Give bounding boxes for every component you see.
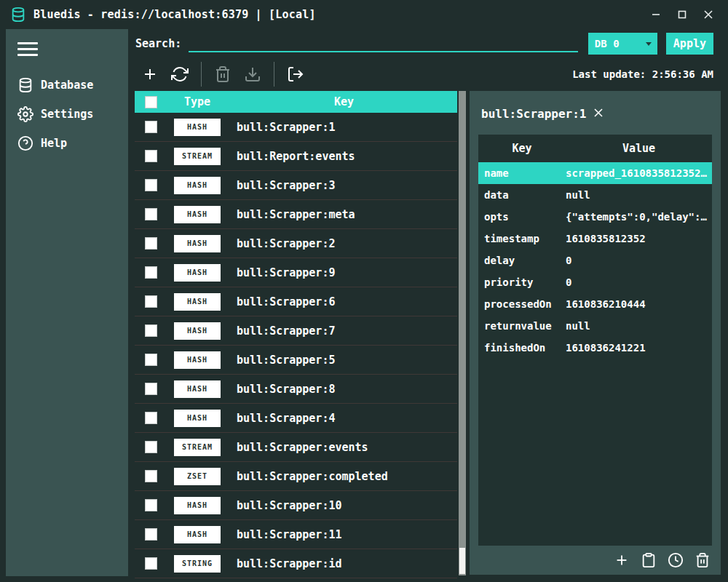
add-key-icon[interactable] (141, 65, 159, 83)
type-badge: STREAM (174, 148, 221, 165)
scrollbar-thumb[interactable] (459, 548, 465, 574)
detail-row[interactable]: name scrapped_1610835812352.… (478, 162, 712, 184)
sidebar: Database Settings Help (6, 29, 128, 576)
detail-column-key: Key (478, 142, 566, 155)
refresh-icon[interactable] (171, 65, 189, 83)
key-cell[interactable]: bull:Scrapper:9 (231, 266, 457, 279)
export-icon[interactable] (287, 65, 304, 83)
key-cell[interactable]: bull:Scrapper:5 (231, 354, 457, 367)
key-cell[interactable]: bull:Scrapper:6 (231, 295, 457, 308)
table-row[interactable]: HASH bull:Scrapper:5 (135, 346, 457, 375)
table-row[interactable]: HASH bull:Scrapper:3 (135, 171, 457, 200)
detail-key: finishedOn (484, 342, 566, 354)
key-cell[interactable]: bull:Scrapper:completed (231, 470, 457, 483)
detail-value: 1610836241221 (566, 342, 712, 354)
row-checkbox[interactable] (145, 354, 157, 366)
search-label: Search: (135, 37, 181, 50)
apply-button[interactable]: Apply (666, 33, 713, 55)
row-checkbox[interactable] (145, 266, 157, 279)
detail-value: 1610836210444 (566, 298, 712, 310)
detail-value: {"attempts":0,"delay":0} (566, 211, 712, 223)
table-row[interactable]: ZSET bull:Scrapper:completed (135, 462, 457, 491)
key-cell[interactable]: bull:Scrapper:id (231, 557, 457, 570)
type-badge: HASH (174, 293, 221, 311)
row-checkbox[interactable] (145, 150, 157, 162)
key-cell[interactable]: bull:Scrapper:4 (231, 412, 457, 425)
download-icon[interactable] (244, 65, 261, 83)
table-row[interactable]: STRING bull:Scrapper:id (135, 549, 457, 578)
table-row[interactable]: HASH bull:Scrapper:1 (135, 113, 457, 142)
key-cell[interactable]: bull:Scrapper:1 (231, 121, 457, 134)
detail-footer (470, 546, 721, 575)
sidebar-item-database[interactable]: Database (6, 71, 128, 100)
help-icon (17, 135, 33, 151)
detail-row[interactable]: delay 0 (478, 250, 712, 271)
vertical-scrollbar[interactable] (459, 91, 466, 575)
row-checkbox[interactable] (145, 412, 157, 424)
table-row[interactable]: HASH bull:Scrapper:8 (135, 375, 457, 404)
table-row[interactable]: HASH bull:Scrapper:meta (135, 200, 457, 229)
type-badge: ZSET (174, 468, 221, 485)
search-row: Search: DB 0 Apply (131, 29, 728, 58)
key-cell[interactable]: bull:Scrapper:10 (231, 499, 457, 512)
detail-row[interactable]: processedOn 1610836210444 (478, 293, 712, 315)
db-select[interactable]: DB 0 (588, 33, 657, 55)
menu-toggle-icon[interactable] (17, 42, 38, 56)
type-badge: HASH (174, 497, 221, 514)
row-checkbox[interactable] (145, 324, 157, 337)
copy-icon[interactable] (641, 552, 657, 568)
row-checkbox[interactable] (145, 208, 157, 220)
detail-row[interactable]: data null (478, 184, 712, 206)
row-checkbox[interactable] (145, 470, 157, 482)
key-cell[interactable]: bull:Scrapper:events (231, 441, 457, 454)
row-checkbox[interactable] (145, 121, 157, 133)
close-button[interactable] (699, 5, 718, 24)
table-row[interactable]: HASH bull:Scrapper:7 (135, 316, 457, 346)
ttl-clock-icon[interactable] (668, 552, 684, 568)
row-checkbox[interactable] (145, 383, 157, 395)
table-row[interactable]: HASH bull:Scrapper:10 (135, 491, 457, 520)
table-row[interactable]: HASH bull:Scrapper:11 (135, 520, 457, 549)
table-row[interactable]: STREAM bull:Report:events (135, 142, 457, 171)
sidebar-item-settings[interactable]: Settings (6, 100, 128, 129)
row-checkbox[interactable] (145, 237, 157, 250)
maximize-button[interactable] (673, 5, 692, 24)
delete-key-icon[interactable] (695, 552, 711, 568)
key-cell[interactable]: bull:Scrapper:meta (231, 208, 457, 221)
table-row[interactable]: HASH bull:Scrapper:9 (135, 258, 457, 287)
row-checkbox[interactable] (145, 441, 157, 453)
table-row[interactable]: HASH bull:Scrapper:6 (135, 287, 457, 316)
delete-keys-icon[interactable] (214, 65, 232, 83)
key-cell[interactable]: bull:Scrapper:2 (231, 237, 457, 250)
detail-key: returnvalue (484, 320, 566, 332)
key-cell[interactable]: bull:Report:events (231, 150, 457, 163)
type-badge: HASH (174, 235, 221, 252)
detail-row[interactable]: finishedOn 1610836241221 (478, 337, 712, 359)
select-all-checkbox[interactable] (145, 96, 157, 108)
row-checkbox[interactable] (145, 528, 157, 541)
row-checkbox[interactable] (145, 295, 157, 308)
detail-row[interactable]: opts {"attempts":0,"delay":0} (478, 206, 712, 228)
add-field-icon[interactable] (614, 552, 630, 568)
row-checkbox[interactable] (145, 499, 157, 511)
detail-key: timestamp (484, 233, 566, 244)
row-checkbox[interactable] (145, 179, 157, 191)
minimize-button[interactable] (646, 5, 665, 24)
detail-value: 0 (566, 276, 712, 288)
close-detail-icon[interactable] (593, 108, 604, 118)
detail-value: 0 (566, 255, 712, 266)
table-row[interactable]: STREAM bull:Scrapper:events (135, 433, 457, 462)
detail-row[interactable]: timestamp 1610835812352 (478, 228, 712, 250)
row-checkbox[interactable] (145, 557, 157, 570)
search-input[interactable] (189, 35, 578, 52)
key-cell[interactable]: bull:Scrapper:8 (231, 383, 457, 396)
detail-row[interactable]: returnvalue null (478, 315, 712, 337)
detail-row[interactable]: priority 0 (478, 271, 712, 293)
table-row[interactable]: HASH bull:Scrapper:2 (135, 229, 457, 258)
detail-panel-header: bull:Scrapper:1 (470, 91, 721, 121)
key-cell[interactable]: bull:Scrapper:3 (231, 179, 457, 192)
sidebar-item-help[interactable]: Help (6, 129, 128, 158)
key-cell[interactable]: bull:Scrapper:7 (231, 324, 457, 338)
table-row[interactable]: HASH bull:Scrapper:4 (135, 404, 457, 433)
key-cell[interactable]: bull:Scrapper:11 (231, 528, 457, 541)
